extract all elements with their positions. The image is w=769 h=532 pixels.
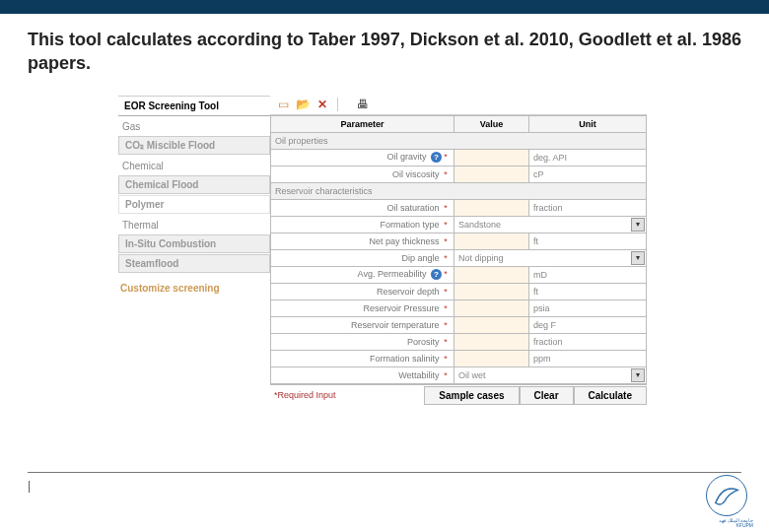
- value-input[interactable]: [454, 283, 529, 299]
- table-row: Net pay thickness * ft: [271, 233, 647, 249]
- table-row: Wettability * Oil wet▾: [271, 366, 647, 383]
- table-row: Formation type * Sandstone▾: [271, 216, 647, 233]
- table-row: Reservoir Pressure * psia: [271, 299, 647, 316]
- page-mark: |: [28, 479, 31, 493]
- table-row: Porosity * fraction: [271, 333, 647, 350]
- open-icon[interactable]: 📂: [296, 98, 310, 111]
- required-note: *Required Input: [270, 390, 424, 400]
- col-unit: Unit: [529, 115, 647, 132]
- chevron-down-icon[interactable]: ▾: [631, 368, 645, 382]
- toolbar: ▭ 📂 ✕ 🖶: [270, 96, 647, 115]
- brand-label: جامعة الملك فهدKFUPM: [719, 518, 753, 528]
- sidebar-item-chemical-flood[interactable]: Chemical Flood: [118, 175, 270, 194]
- app-frame: EOR Screening Tool Gas CO₂ Miscible Floo…: [118, 96, 647, 406]
- value-input[interactable]: [454, 350, 529, 366]
- sidebar-customize[interactable]: Customize screening: [118, 279, 270, 298]
- sidebar-group-gas: Gas: [118, 116, 270, 135]
- sidebar-item-steamflood[interactable]: Steamflood: [118, 254, 270, 273]
- table-row: Oil saturation * fraction: [271, 199, 647, 216]
- help-icon[interactable]: ?: [431, 152, 442, 163]
- sidebar-item-polymer[interactable]: Polymer: [118, 195, 270, 214]
- parameter-table: Parameter Value Unit Oil properties Oil …: [270, 115, 647, 384]
- dropdown[interactable]: Sandstone▾: [454, 216, 647, 233]
- chevron-down-icon[interactable]: ▾: [631, 218, 645, 232]
- value-input[interactable]: [454, 166, 529, 182]
- sidebar-item-co2[interactable]: CO₂ Miscible Flood: [118, 136, 270, 155]
- value-input[interactable]: [454, 333, 529, 350]
- value-input[interactable]: [454, 316, 529, 333]
- clear-button[interactable]: Clear: [520, 386, 574, 405]
- footer-rule: [28, 472, 741, 473]
- value-input[interactable]: [454, 199, 529, 216]
- table-row: Formation salinity * ppm: [271, 350, 647, 366]
- toolbar-sep: [337, 98, 338, 111]
- value-input[interactable]: [454, 299, 529, 316]
- table-row: Oil viscosity * cP: [271, 166, 647, 182]
- section-reservoir: Reservoir characteristics: [271, 182, 647, 199]
- calculate-button[interactable]: Calculate: [574, 386, 647, 405]
- sidebar-group-thermal: Thermal: [118, 215, 270, 233]
- delete-icon[interactable]: ✕: [315, 98, 329, 111]
- sidebar-group-chemical: Chemical: [118, 156, 270, 174]
- sidebar: EOR Screening Tool Gas CO₂ Miscible Floo…: [118, 96, 270, 406]
- accent-bar: [0, 0, 769, 14]
- brand-logo-icon: [706, 475, 747, 516]
- value-input[interactable]: [454, 233, 529, 249]
- sidebar-header: EOR Screening Tool: [118, 96, 270, 116]
- bottom-bar: *Required Input Sample cases Clear Calcu…: [270, 384, 647, 406]
- value-input[interactable]: [454, 149, 529, 166]
- table-row: Reservoir temperature * deg F: [271, 316, 647, 333]
- col-parameter: Parameter: [271, 115, 454, 132]
- table-row: Reservoir depth * ft: [271, 283, 647, 299]
- sidebar-item-insitu[interactable]: In-Situ Combustion: [118, 234, 270, 253]
- table-row: Dip angle * Not dipping▾: [271, 249, 647, 266]
- help-icon[interactable]: ?: [431, 269, 442, 280]
- table-row: Avg. Permeability ?* mD: [271, 266, 647, 283]
- main-panel: ▭ 📂 ✕ 🖶 Parameter Value Unit Oil propert…: [270, 96, 647, 406]
- section-oil-properties: Oil properties: [271, 132, 647, 149]
- new-icon[interactable]: ▭: [276, 98, 290, 111]
- dropdown[interactable]: Not dipping▾: [454, 249, 647, 266]
- table-row: Oil gravity ?* deg. API: [271, 149, 647, 166]
- page-title: This tool calculates according to Taber …: [0, 14, 769, 86]
- print-icon[interactable]: 🖶: [356, 98, 370, 111]
- chevron-down-icon[interactable]: ▾: [631, 251, 645, 265]
- value-input[interactable]: [454, 266, 529, 283]
- col-value: Value: [454, 115, 529, 132]
- dropdown[interactable]: Oil wet▾: [454, 366, 647, 383]
- sample-cases-button[interactable]: Sample cases: [424, 386, 519, 405]
